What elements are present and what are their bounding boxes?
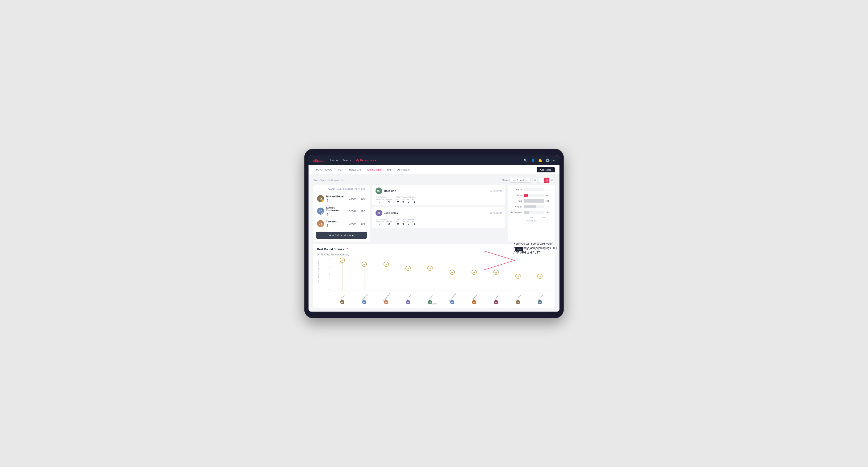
streak-line [364, 267, 364, 291]
card-player-name: Josh Coles [384, 212, 398, 214]
streaks-header: Best Round Streaks OTT APP ARG PUTT [317, 247, 551, 251]
streak-line [430, 271, 430, 291]
edit-icon[interactable]: ✎ [341, 179, 344, 182]
y-tick: 6 [320, 266, 330, 269]
tab-pga[interactable]: PGA [335, 165, 346, 174]
bar-fill-highlight [524, 194, 528, 197]
player-col: 4xM. MillerMM [485, 259, 507, 305]
tab-tour[interactable]: Tour [384, 165, 394, 174]
tab-pgat[interactable]: PGAT Players [313, 165, 335, 174]
streak-line [496, 275, 496, 291]
nav-teams[interactable]: Teams [342, 158, 351, 163]
player-name: Cameron... [326, 220, 347, 223]
tablet-frame: clippd Home Teams My Performance 🔍 👤 🔔 ⚙… [304, 149, 564, 318]
content-header: Team Clippd 14 Players ✎ Show Last 3 mon… [313, 178, 555, 183]
bar-value: 96 [545, 194, 552, 196]
bar-fill [524, 188, 524, 191]
bar-row: Pars 499 [510, 199, 552, 203]
player-scores: 17/20 103 [349, 222, 366, 225]
streak-bubble: 6x [383, 261, 389, 267]
player-name-label: J. Coles [406, 294, 411, 300]
player-card: RB Rees Britt 02 Sep 2023 Total Rounds T… [372, 185, 505, 206]
table-view-button[interactable]: ⊟ [550, 178, 555, 183]
player-avatar-bottom: EE [340, 300, 345, 305]
bar-row: Bogeys 311 [510, 205, 552, 208]
filter-app[interactable]: APP [524, 247, 532, 251]
add-team-button[interactable]: Add Team [536, 167, 555, 173]
streak-bubble: 5x [427, 266, 433, 271]
streaks-section: Best Round Streaks OTT APP ARG PUTT [313, 244, 555, 308]
bar-label: D. Bogeys+ [510, 211, 522, 214]
bar-chart-panel: Eagles 3 Birdies 96 [507, 185, 555, 242]
filter-ott[interactable]: OTT [515, 247, 523, 251]
player-avatar-bottom: CQ [537, 300, 542, 305]
streak-bubble: 4x [493, 270, 499, 275]
player-name: Edward Crossman [326, 206, 347, 212]
card-stats: Total Rounds Tournament 7 Practice 6 [375, 196, 502, 203]
nav-my-performance[interactable]: My Performance [356, 158, 376, 163]
pb-score: 18/20 [349, 210, 356, 213]
filter-arg[interactable]: ARG [533, 247, 541, 251]
player-row: RB 1 Richard Butler 🏅 19/20 110 [316, 193, 367, 204]
player-info: Edward Crossman 🥈 [326, 206, 347, 216]
pb-avg: 103 [360, 222, 366, 225]
player-name: Richard Butler [326, 195, 347, 198]
total-rounds-label: Total Rounds [375, 196, 392, 198]
chart-title: Total Shots [510, 220, 552, 222]
tab-team-clippd[interactable]: Team Clippd [364, 165, 384, 174]
nav-icons: 🔍 👤 🔔 ⚙️ ● [524, 158, 555, 162]
team-title: Team Clippd 14 Players ✎ [313, 178, 344, 182]
chart-subtitle: Off The Tee, Fairway Accuracy [317, 253, 551, 256]
pb-score: 17/20 [349, 222, 356, 225]
period-dropdown[interactable]: Last 3 months ▾ [509, 178, 531, 183]
player-avatar-bottom: RB [428, 300, 432, 305]
players-cols: 7xE. EwertEE6xB. McHergBM6xD. Billingham… [331, 259, 551, 305]
streak-bubble: 6x [362, 261, 367, 267]
player-info: Richard Butler 🏅 [326, 195, 347, 202]
player-col: 4xD. FordDF [463, 259, 485, 305]
player-row: EC 2 Edward Crossman 🥈 18/20 107 [316, 204, 367, 218]
avatar: CB 3 [317, 220, 324, 227]
filter-putt[interactable]: PUTT [542, 247, 551, 251]
nav-bar: clippd Home Teams My Performance 🔍 👤 🔔 ⚙… [309, 155, 559, 165]
total-rounds-group: Total Rounds Tournament 7 Practice 6 [375, 196, 392, 203]
player-card: JC Josh Coles 26 Aug 2023 Total Rounds T… [372, 207, 505, 228]
player-avatar-bottom: RB [516, 300, 520, 305]
player-col: 7xE. EwertEE [331, 259, 353, 305]
avatar: EC 2 [317, 208, 324, 215]
tab-all-players[interactable]: All Players [395, 165, 412, 174]
filter-buttons: OTT APP ARG PUTT [515, 247, 551, 251]
main-content: Team Clippd 14 Players ✎ Show Last 3 mon… [309, 174, 559, 312]
col-player-name: PLAYER NAME [328, 188, 342, 190]
settings-icon[interactable]: ⚙️ [546, 158, 550, 162]
bar-value: 311 [545, 206, 552, 208]
view-leaderboard-button[interactable]: View Full Leaderboard [316, 231, 367, 239]
search-icon[interactable]: 🔍 [524, 158, 528, 162]
tab-hcaps[interactable]: Hcaps 1-5 [346, 165, 364, 174]
list-view-button[interactable]: ≡ [538, 178, 544, 183]
bell-icon[interactable]: 🔔 [538, 158, 542, 162]
card-view-button[interactable]: ▤ [544, 178, 549, 183]
bar-row: Eagles 3 [510, 188, 552, 191]
col-headers: PLAYER NAME PB SCORE PB AVG SQ [316, 188, 367, 192]
app-logo: clippd [313, 158, 323, 162]
rank-badge: 2 [321, 212, 324, 215]
user-icon[interactable]: 👤 [531, 158, 535, 162]
bar-value: 131 [545, 211, 552, 214]
total-rounds-group: Total Rounds Tournament 7 Practice 2 [375, 218, 392, 225]
player-col: 3xC. QuickCQ [529, 259, 551, 305]
nav-home[interactable]: Home [330, 158, 338, 163]
col-pb-avg: PB AVG SQ [355, 188, 365, 190]
y-tick: 2 [320, 281, 330, 283]
practice-activities-group: Total Practice Activities OTT 0 APP 0 [396, 196, 416, 203]
streak-bubble: 3x [516, 274, 521, 279]
grid-view-button[interactable]: ⊞ [533, 178, 538, 183]
player-name-label: D. Ford [472, 294, 477, 300]
player-name-label: C. Quick [538, 294, 544, 300]
player-avatar-bottom: JC [406, 300, 410, 305]
card-stats: Total Rounds Tournament 7 Practice 2 [375, 218, 502, 225]
bar-value: 499 [545, 200, 552, 202]
avatar: JC [375, 210, 382, 216]
profile-icon[interactable]: ● [553, 158, 555, 162]
streak-chart: Best Streak, Fairway Accuracy 8 6 4 2 0 [317, 258, 551, 305]
